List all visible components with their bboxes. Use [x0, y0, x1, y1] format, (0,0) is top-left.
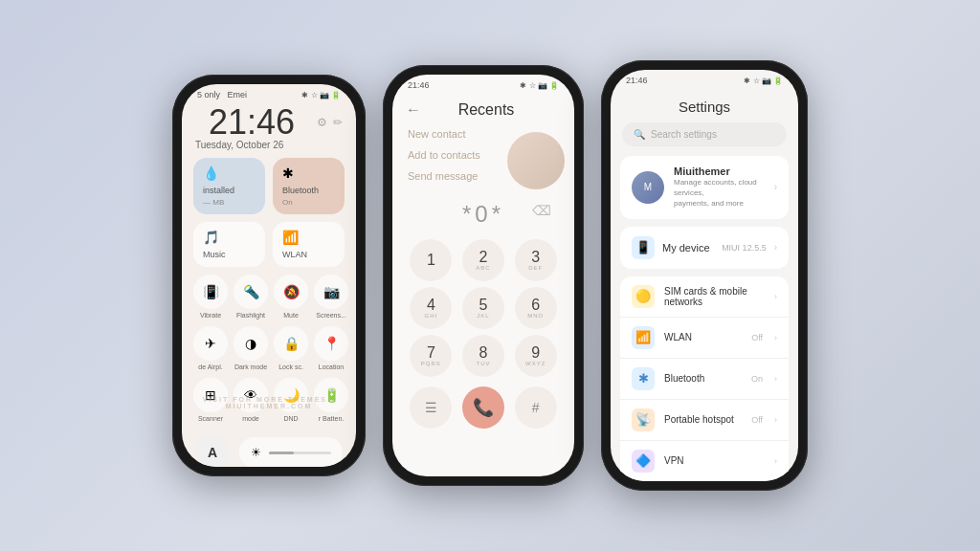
settings-profile-item[interactable]: M Miuithemer Manage accounts, cloud serv…: [620, 156, 789, 219]
hash-button[interactable]: #: [515, 386, 557, 429]
date-display: Tuesday, October 26: [182, 140, 356, 158]
accessibility-button[interactable]: A: [195, 435, 230, 467]
key-2[interactable]: 2ABC: [462, 239, 504, 281]
tile-dropbox-sub: — MB: [203, 198, 256, 207]
lockscreen-label: Lock sc.: [278, 364, 303, 370]
flashlight-btn[interactable]: 🔦: [234, 275, 268, 309]
location-label: Location: [319, 364, 344, 370]
key-8[interactable]: 8TUV: [462, 335, 504, 377]
tile-bluetooth[interactable]: ✱ Bluetooth On: [273, 158, 345, 214]
sim-icon: 🟡: [632, 285, 655, 308]
contact-avatar: [507, 132, 565, 189]
key-3[interactable]: 3DEF: [515, 239, 557, 281]
phone-dialer: 21:46 ✱ ☆ 📷 🔋 ← Recents New contact Add …: [383, 65, 584, 486]
status-bar-2: 21:46 ✱ ☆ 📷 🔋: [392, 75, 574, 94]
wlan-settings-label: WLAN: [664, 332, 742, 342]
brightness-icon: ☀: [251, 446, 261, 459]
mute-btn[interactable]: 🔕: [274, 275, 308, 309]
dialer-bottom-row: ☰ 📞 #: [392, 381, 574, 436]
tile-dropbox-label: installed: [203, 186, 256, 195]
music-icon: 🎵: [203, 230, 256, 245]
edit-icon[interactable]: ✏: [333, 116, 343, 129]
cc-bottom-bar: A ☀: [182, 430, 356, 467]
location-btn[interactable]: 📍: [314, 326, 348, 361]
tile-dropbox[interactable]: 💧 installed — MB: [193, 158, 265, 214]
settings-title: Settings: [611, 89, 798, 122]
voicemail-button[interactable]: ☰: [410, 386, 452, 429]
quick-darkmode[interactable]: ◑ Dark mode: [234, 326, 268, 370]
back-button[interactable]: ←: [406, 101, 421, 119]
settings-search-bar[interactable]: 🔍 Search settings: [622, 122, 787, 146]
clock-settings-icon[interactable]: ⚙: [317, 116, 327, 129]
dialer-keypad: 1 2ABC 3DEF 4GHI 5JKL 6MNO 7PQRS 8TUV 9W…: [392, 235, 574, 381]
key-5[interactable]: 5JKL: [462, 287, 504, 329]
bluetooth-chevron-icon: ›: [774, 374, 777, 384]
airplane-btn[interactable]: ✈: [193, 326, 228, 361]
cc-tiles-row2: 🎵 Music 📶 WLAN: [182, 222, 356, 275]
delete-button[interactable]: ⌫: [532, 203, 555, 218]
key-1[interactable]: 1: [410, 239, 452, 281]
bluetooth-settings-icon: ✱: [632, 367, 655, 390]
quick-airplane[interactable]: ✈ de Airpl.: [193, 326, 228, 370]
wlan-icon: 📶: [282, 230, 335, 245]
quick-mute[interactable]: 🔕 Mute: [274, 275, 308, 319]
mydevice-version: MIUI 12.5.5: [722, 243, 767, 253]
profile-name: Miuithemer: [674, 165, 765, 177]
watermark-text: VISIT FOR MORE THEMES - MIUITHEMER.COM: [182, 396, 356, 409]
airplane-label: de Airpl.: [198, 364, 222, 370]
vpn-label: VPN: [664, 455, 763, 466]
hotspot-label: Portable hotspot: [664, 414, 742, 425]
bluetooth-settings-label: Bluetooth: [664, 373, 742, 384]
key-9[interactable]: 9WXYZ: [515, 335, 557, 377]
dialer-title: Recents: [431, 101, 561, 119]
mute-label: Mute: [283, 312, 299, 319]
bluetooth-icon: ✱: [282, 165, 294, 181]
quick-lockscreen[interactable]: 🔒 Lock sc.: [274, 326, 308, 370]
quick-vibrate[interactable]: 📳 Vibrate: [193, 275, 228, 319]
mydevice-chevron-icon: ›: [774, 242, 777, 253]
lockscreen-btn[interactable]: 🔒: [274, 326, 308, 361]
cc-tiles-row1: 💧 installed — MB ✱ Bluetooth On: [182, 158, 356, 222]
status-icons-3: ✱ ☆ 📷 🔋: [744, 77, 783, 85]
darkmode-btn[interactable]: ◑: [234, 326, 268, 361]
call-button[interactable]: 📞: [462, 386, 504, 429]
screenshot-btn[interactable]: 📷: [314, 275, 348, 309]
sim-label: SIM cards & mobile networks: [664, 286, 763, 307]
key-4[interactable]: 4GHI: [410, 287, 452, 329]
profile-subtitle: Manage accounts, cloud services,payments…: [674, 177, 765, 209]
tile-bluetooth-label: Bluetooth: [282, 186, 335, 195]
search-icon: 🔍: [634, 129, 645, 140]
tile-music[interactable]: 🎵 Music: [193, 222, 265, 267]
status-icons-1: ✱ ☆ 📷 🔋: [301, 91, 341, 99]
settings-item-bluetooth[interactable]: ✱ Bluetooth On ›: [620, 359, 789, 400]
key-7[interactable]: 7PQRS: [410, 335, 452, 377]
quick-screenshot[interactable]: 📷 Screens...: [314, 275, 348, 319]
screenshot-label: Screens...: [316, 312, 346, 319]
settings-item-sim[interactable]: 🟡 SIM cards & mobile networks ›: [620, 276, 789, 318]
profile-chevron-icon: ›: [774, 182, 777, 192]
tile-wlan[interactable]: 📶 WLAN: [273, 222, 345, 267]
hotspot-value: Off: [751, 415, 763, 425]
settings-item-wlan[interactable]: 📶 WLAN Off ›: [620, 318, 789, 359]
vibrate-btn[interactable]: 📳: [193, 275, 228, 309]
quick-grid-1: 📳 Vibrate 🔦 Flashlight 🔕 Mute 📷 Screens.…: [182, 275, 356, 326]
status-bar-1: 5 only Emei ✱ ☆ 📷 🔋: [182, 84, 356, 103]
brightness-slider[interactable]: ☀: [239, 437, 343, 467]
status-bar-3: 21:46 ✱ ☆ 📷 🔋: [611, 70, 798, 89]
settings-item-hotspot[interactable]: 📡 Portable hotspot Off ›: [620, 400, 789, 441]
status-icons-2: ✱ ☆ 📷 🔋: [520, 81, 559, 90]
clock-display: 21:46: [195, 105, 308, 140]
tile-wlan-label: WLAN: [282, 250, 335, 259]
quick-grid-2: ✈ de Airpl. ◑ Dark mode 🔒 Lock sc. 📍 Loc…: [182, 326, 356, 378]
quick-location[interactable]: 📍 Location: [314, 326, 348, 370]
vibrate-label: Vibrate: [200, 312, 221, 319]
settings-item-vpn[interactable]: 🔷 VPN ›: [620, 441, 789, 481]
battery-label: r Batten.: [319, 415, 344, 422]
quick-flashlight[interactable]: 🔦 Flashlight: [234, 275, 268, 319]
dialer-input-display: *0* ⌫: [392, 186, 574, 235]
reader-label: mode: [242, 415, 259, 422]
search-placeholder: Search settings: [651, 129, 717, 140]
tile-music-label: Music: [203, 250, 256, 259]
my-device-item[interactable]: 📱 My device MIUI 12.5.5 ›: [620, 227, 789, 269]
key-6[interactable]: 6MNO: [515, 287, 557, 329]
